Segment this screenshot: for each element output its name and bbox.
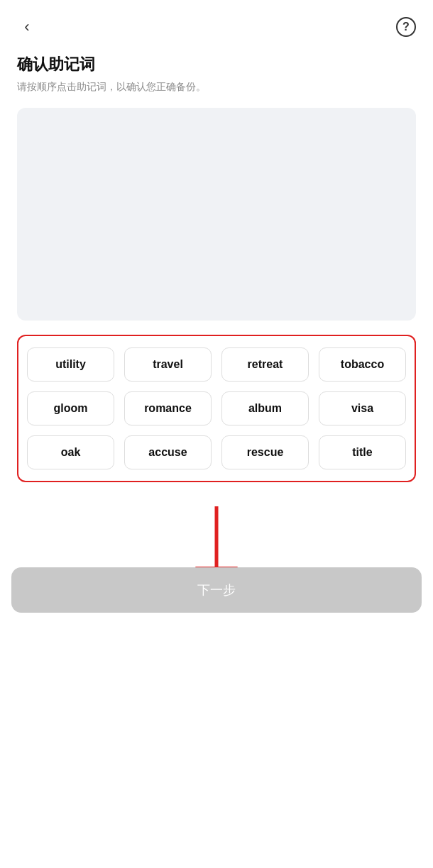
word-chip[interactable]: utility <box>27 347 114 382</box>
word-chip[interactable]: title <box>319 435 406 469</box>
word-chip[interactable]: rescue <box>221 435 309 469</box>
header: ‹ ? <box>0 0 433 47</box>
word-chip[interactable]: retreat <box>221 347 309 382</box>
word-chip[interactable]: oak <box>27 435 114 469</box>
page-content: 确认助记词 请按顺序点击助记词，以确认您正确备份。 utilitytravelr… <box>0 47 433 482</box>
back-icon: ‹ <box>24 18 29 36</box>
word-chip[interactable]: tobacco <box>319 347 406 382</box>
mnemonic-display-area <box>17 108 416 321</box>
back-button[interactable]: ‹ <box>14 14 40 40</box>
help-button[interactable]: ? <box>393 14 419 40</box>
page-subtitle: 请按顺序点击助记词，以确认您正确备份。 <box>17 81 416 94</box>
help-icon: ? <box>396 17 416 37</box>
word-chip[interactable]: album <box>221 391 309 425</box>
bottom-section: 下一步 <box>0 499 433 627</box>
next-button[interactable]: 下一步 <box>11 567 422 613</box>
page-title: 确认助记词 <box>17 54 416 75</box>
word-chip[interactable]: travel <box>124 347 212 382</box>
word-grid: utilitytravelretreattobaccogloomromancea… <box>27 347 406 469</box>
word-chip[interactable]: accuse <box>124 435 212 469</box>
word-chip[interactable]: visa <box>319 391 406 425</box>
word-grid-container: utilitytravelretreattobaccogloomromancea… <box>17 335 416 482</box>
word-chip[interactable]: gloom <box>27 391 114 425</box>
word-chip[interactable]: romance <box>124 391 212 425</box>
